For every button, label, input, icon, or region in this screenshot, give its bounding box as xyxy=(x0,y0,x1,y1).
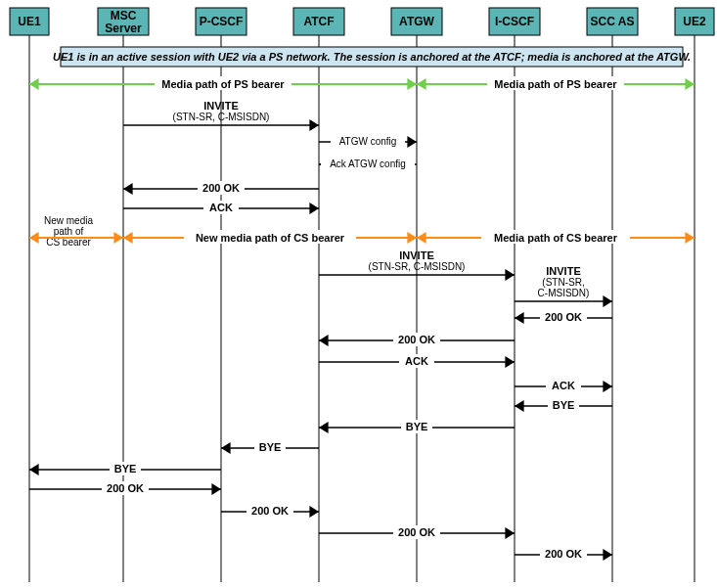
svg-marker-62 xyxy=(515,400,524,412)
msg-invite1-sub: (STN-SR, C-MSISDN) xyxy=(173,112,270,122)
svg-marker-58 xyxy=(603,381,612,392)
svg-marker-46 xyxy=(515,312,524,324)
svg-text:ACK: ACK xyxy=(552,380,575,391)
actor-label-pcscf: P-CSCF xyxy=(200,15,244,28)
svg-marker-90 xyxy=(603,549,612,561)
svg-text:200 OK: 200 OK xyxy=(545,548,582,560)
svg-marker-54 xyxy=(505,356,515,368)
svg-text:(STN-SR, C-MSISDN): (STN-SR, C-MSISDN) xyxy=(369,261,466,272)
msg-invite3: INVITE xyxy=(546,265,580,277)
svg-text:New media: New media xyxy=(44,215,93,226)
svg-text:200 OK: 200 OK xyxy=(398,334,435,345)
actor-label-sccas: SCC AS xyxy=(591,15,635,28)
svg-text:ACK: ACK xyxy=(405,355,428,367)
msg-invite2: INVITE xyxy=(399,249,433,261)
svg-text:C-MSISDN): C-MSISDN) xyxy=(538,288,590,298)
svg-marker-32 xyxy=(123,232,133,244)
cs-path-right: Media path of CS bearer xyxy=(494,232,618,244)
svg-marker-13 xyxy=(407,136,417,148)
svg-text:200 OK: 200 OK xyxy=(107,482,144,494)
svg-marker-74 xyxy=(29,464,39,475)
msg-200ok-1: 200 OK xyxy=(202,182,240,194)
svg-text:Server: Server xyxy=(105,22,142,35)
svg-marker-70 xyxy=(221,442,231,454)
svg-marker-29 xyxy=(29,232,39,244)
actor-label-atgw: ATGW xyxy=(399,15,434,28)
svg-marker-3 xyxy=(407,78,417,90)
actor-label-ue2: UE2 xyxy=(683,15,706,28)
ps-path-left: Media path of PS bearer xyxy=(161,78,285,90)
svg-text:(STN-SR,: (STN-SR, xyxy=(542,277,584,288)
svg-marker-44 xyxy=(603,295,612,307)
svg-marker-31 xyxy=(407,232,417,244)
svg-marker-8 xyxy=(417,78,426,90)
actor-label-atcf: ATCF xyxy=(303,15,334,28)
svg-marker-28 xyxy=(113,232,123,244)
svg-marker-40 xyxy=(505,269,515,281)
actor-label-ue1: UE1 xyxy=(18,15,41,28)
svg-marker-66 xyxy=(319,422,329,433)
svg-text:200 OK: 200 OK xyxy=(545,311,582,323)
svg-marker-35 xyxy=(685,232,695,244)
svg-marker-50 xyxy=(319,335,329,346)
svg-text:BYE: BYE xyxy=(553,399,575,411)
svg-text:BYE: BYE xyxy=(114,463,137,475)
cs-path-center: New media path of CS bearer xyxy=(196,232,345,244)
svg-marker-4 xyxy=(29,78,39,90)
sequence-diagram: UE1MSCServerP-CSCFATCFATGWI-CSCFSCC ASUE… xyxy=(0,0,717,588)
svg-marker-36 xyxy=(417,232,426,244)
msg-invite1: INVITE xyxy=(203,100,238,112)
ps-path-right: Media path of PS bearer xyxy=(494,78,617,90)
svg-text:200 OK: 200 OK xyxy=(398,526,435,538)
svg-marker-11 xyxy=(309,119,319,131)
svg-text:200 OK: 200 OK xyxy=(251,505,289,517)
svg-marker-22 xyxy=(309,203,319,214)
svg-marker-82 xyxy=(309,506,319,518)
svg-text:BYE: BYE xyxy=(406,421,428,432)
msg-atgw-cfg: ATGW config xyxy=(339,136,397,147)
svg-marker-19 xyxy=(123,183,133,195)
msg-atgw-ack: Ack ATGW config xyxy=(330,158,406,169)
msg-ack1: ACK xyxy=(209,202,233,213)
actor-label-icscf: I-CSCF xyxy=(495,15,534,28)
svg-text:MSC: MSC xyxy=(111,9,137,23)
svg-marker-7 xyxy=(685,78,695,90)
note-text: UE1 is in an active session with UE2 via… xyxy=(53,51,691,63)
svg-marker-86 xyxy=(505,527,515,539)
svg-text:BYE: BYE xyxy=(259,441,282,453)
svg-text:path of: path of xyxy=(54,226,84,237)
svg-marker-78 xyxy=(211,483,221,495)
